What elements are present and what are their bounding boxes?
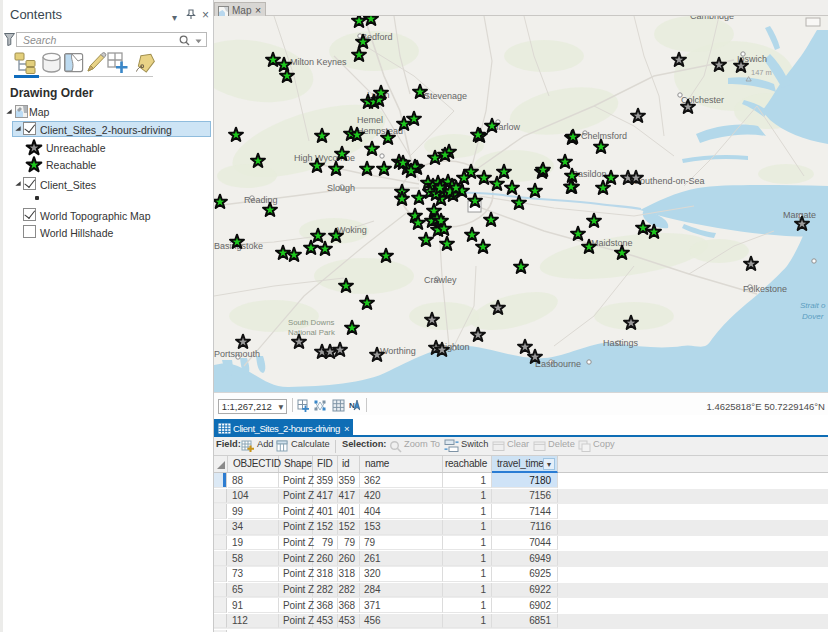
svg-text:Stevenage: Stevenage: [424, 91, 467, 101]
svg-text:South Downs: South Downs: [288, 318, 334, 327]
svg-text:Hemel: Hemel: [357, 115, 383, 125]
svg-text:Portsmouth: Portsmouth: [214, 349, 260, 359]
svg-text:Reading: Reading: [244, 195, 278, 205]
svg-text:Eastbourne: Eastbourne: [535, 359, 581, 369]
svg-text:Slough: Slough: [327, 183, 355, 193]
svg-text:147 m: 147 m: [751, 68, 772, 77]
svg-text:Cambridge: Cambridge: [690, 16, 734, 21]
svg-text:National Park: National Park: [288, 328, 335, 337]
svg-text:Southend-on-Sea: Southend-on-Sea: [634, 176, 705, 186]
svg-text:Hempstead: Hempstead: [357, 126, 403, 136]
svg-text:Margate: Margate: [783, 210, 816, 220]
svg-text:Milton Keynes: Milton Keynes: [290, 57, 347, 67]
svg-text:Maidstone: Maidstone: [591, 238, 633, 248]
svg-text:Worthing: Worthing: [380, 346, 416, 356]
svg-text:Strait o: Strait o: [800, 301, 826, 310]
svg-text:Chelmsford: Chelmsford: [581, 131, 627, 141]
svg-text:Crawley: Crawley: [424, 275, 457, 285]
svg-text:Hastings: Hastings: [603, 338, 639, 348]
svg-text:Folkestone: Folkestone: [743, 284, 787, 294]
svg-text:Dover: Dover: [802, 312, 824, 321]
